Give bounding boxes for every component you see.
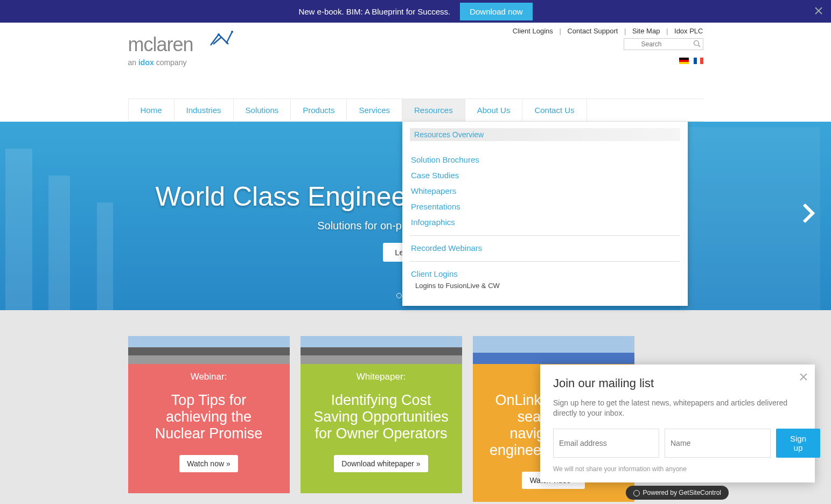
nav-home[interactable]: Home [129,99,174,121]
card-image [128,336,290,364]
card-whitepaper: Whitepaper: Identifying Cost Saving Oppo… [301,336,462,502]
dropdown-client-logins[interactable]: Client Logins [410,266,680,282]
card-image [473,336,634,364]
dropdown-solution-brochures[interactable]: Solution Brochures [410,152,680,167]
carousel-next-icon[interactable] [802,202,815,229]
card-title: Identifying Cost Saving Opportunities fo… [312,392,450,442]
top-link-site-map[interactable]: Site Map [632,27,660,35]
carousel-dot-1[interactable] [396,293,402,298]
dropdown-whitepapers[interactable]: Whitepapers [410,183,680,199]
dropdown-recorded-webinars[interactable]: Recorded Webinars [410,240,680,256]
svg-point-0 [218,33,220,36]
dropdown-case-studies[interactable]: Case Studies [410,167,680,183]
card-title: Top Tips for achieving the Nuclear Promi… [140,392,278,442]
dropdown-client-logins-sub: Logins to FusionLive & CW [410,282,680,290]
svg-line-4 [698,45,700,47]
mailing-signup-button[interactable]: Sign up [776,429,820,458]
announcement-text: New e-book. BIM: A Blueprint for Success… [298,7,450,16]
card-download-whitepaper-button[interactable]: Download whitepaper » [334,455,428,472]
top-link-contact-support[interactable]: Contact Support [567,27,618,35]
flag-german-icon[interactable] [679,58,689,64]
logo-mark-icon [208,29,235,52]
card-image [301,336,462,364]
mailing-text: Sign up here to get the latest news, whi… [553,398,802,419]
mailing-close-icon[interactable] [800,372,807,383]
dropdown-overview[interactable]: Resources Overview [410,128,680,141]
mailing-note: We will not share your information with … [553,465,802,473]
card-watch-now-button[interactable]: Watch now » [179,455,238,472]
search-icon[interactable] [693,40,701,50]
svg-point-1 [226,41,228,44]
svg-point-2 [231,31,233,33]
powered-by-badge[interactable]: Powered by GetSiteControl [626,486,729,500]
header: mclaren an idox company Client Logins | … [0,23,831,122]
mailing-name-input[interactable] [665,429,771,458]
main-nav: Home Industries Solutions Products Servi… [128,99,703,122]
top-link-idox-plc[interactable]: Idox PLC [674,27,703,35]
language-flags [128,55,703,65]
announcement-bar: New e-book. BIM: A Blueprint for Success… [0,0,831,23]
search-box [624,38,703,50]
logo[interactable]: mclaren an idox company [128,33,193,67]
card-label: Webinar: [140,372,278,382]
dropdown-infographics[interactable]: Infographics [410,214,680,230]
mailing-list-popup: Join our mailing list Sign up here to ge… [540,365,815,482]
nav-industries[interactable]: Industries [174,99,233,121]
announcement-download-button[interactable]: Download now [460,3,532,20]
mailing-email-input[interactable] [553,429,659,458]
resources-dropdown: Resources Overview Solution Brochures Ca… [402,122,688,306]
svg-point-3 [694,41,699,46]
top-link-client-logins[interactable]: Client Logins [513,27,553,35]
card-label: Whitepaper: [312,372,450,382]
mailing-title: Join our mailing list [553,376,802,390]
nav-solutions[interactable]: Solutions [234,99,291,121]
logo-text: mclaren [128,33,193,55]
nav-resources[interactable]: Resources [402,99,465,121]
nav-about[interactable]: About Us [465,99,522,121]
nav-contact[interactable]: Contact Us [522,99,586,121]
card-webinar: Webinar: Top Tips for achieving the Nucl… [128,336,290,502]
logo-tagline: an idox company [128,58,193,67]
announcement-close-icon[interactable] [814,5,823,18]
getsitecontrol-icon [633,490,640,496]
dropdown-presentations[interactable]: Presentations [410,199,680,214]
flag-french-icon[interactable] [694,58,703,64]
nav-services[interactable]: Services [347,99,402,121]
nav-products[interactable]: Products [291,99,346,121]
